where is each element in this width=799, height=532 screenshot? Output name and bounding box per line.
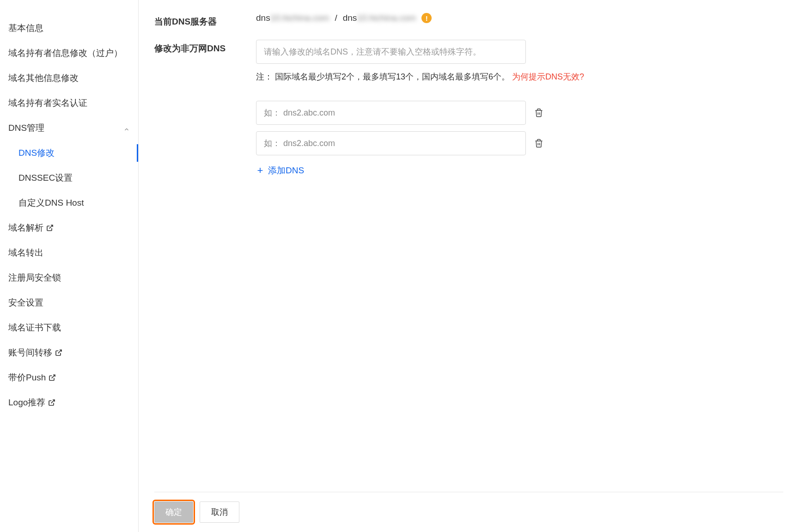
sidebar-item-label: Logo推荐 xyxy=(8,397,45,409)
sidebar-item-label: 域名解析 xyxy=(8,222,43,234)
sidebar-item-logo-recommend[interactable]: Logo推荐 xyxy=(0,390,138,415)
sidebar-item-cert-download[interactable]: 域名证书下载 xyxy=(0,315,138,340)
external-link-icon xyxy=(48,399,55,406)
sidebar-item-label: 安全设置 xyxy=(8,297,43,309)
sidebar-item-owner-modify[interactable]: 域名持有者信息修改（过户） xyxy=(0,41,138,66)
sidebar-subitem-dnssec[interactable]: DNSSEC设置 xyxy=(0,165,138,190)
current-dns-row: 当前DNS服务器 dns10.hichina.com / dns10.hichi… xyxy=(154,13,783,28)
sidebar-item-label: 域名证书下载 xyxy=(8,322,61,334)
dns-input-row-2: 如： dns2.abc.com xyxy=(256,131,783,155)
external-link-icon xyxy=(55,349,62,356)
why-dns-invalid-link[interactable]: 为何提示DNS无效? xyxy=(512,72,584,81)
sidebar-item-label: DNSSEC设置 xyxy=(18,173,73,183)
sidebar-item-domain-resolve[interactable]: 域名解析 xyxy=(0,215,138,240)
svg-line-1 xyxy=(58,350,61,353)
dns-hint: 注： 国际域名最少填写2个，最多填写13个，国内域名最多填写6个。 为何提示DN… xyxy=(256,71,783,82)
cancel-button[interactable]: 取消 xyxy=(200,501,239,523)
sidebar-item-label: 账号间转移 xyxy=(8,347,52,359)
sidebar-item-label: 自定义DNS Host xyxy=(18,198,84,208)
sidebar-item-security-settings[interactable]: 安全设置 xyxy=(0,290,138,315)
dns-input-2[interactable]: 如： dns2.abc.com xyxy=(256,131,526,155)
chevron-up-icon xyxy=(123,125,130,131)
dns-separator: / xyxy=(335,13,337,23)
trash-icon[interactable] xyxy=(534,108,543,118)
confirm-button[interactable]: 确定 xyxy=(154,501,193,523)
warning-icon: ! xyxy=(421,13,432,23)
sidebar: 基本信息 域名持有者信息修改（过户） 域名其他信息修改 域名持有者实名认证 DN… xyxy=(0,0,139,532)
dns-input-1[interactable]: 如： dns2.abc.com xyxy=(256,101,526,125)
svg-line-0 xyxy=(49,225,53,228)
main-content: 当前DNS服务器 dns10.hichina.com / dns10.hichi… xyxy=(139,0,799,532)
sidebar-subitem-custom-dns-host[interactable]: 自定义DNS Host xyxy=(0,190,138,215)
trash-icon[interactable] xyxy=(534,138,543,148)
add-dns-label: 添加DNS xyxy=(268,165,304,177)
dns-main-input[interactable] xyxy=(256,40,526,64)
sidebar-item-account-transfer[interactable]: 账号间转移 xyxy=(0,340,138,365)
sidebar-item-label: 域名其他信息修改 xyxy=(8,72,79,84)
modify-dns-label: 修改为非万网DNS xyxy=(154,40,256,55)
sidebar-item-other-modify[interactable]: 域名其他信息修改 xyxy=(0,66,138,91)
plus-icon: + xyxy=(256,166,264,175)
current-dns-value-1: dns10.hichina.com xyxy=(256,13,329,23)
external-link-icon xyxy=(49,374,56,381)
sidebar-item-label: DNS修改 xyxy=(18,148,55,158)
sidebar-item-label: 基本信息 xyxy=(8,22,43,34)
svg-line-3 xyxy=(51,400,55,403)
sidebar-item-label: 域名转出 xyxy=(8,247,43,259)
dns-input-row-1: 如： dns2.abc.com xyxy=(256,101,783,125)
external-link-icon xyxy=(46,224,54,232)
current-dns-value-2: dns10.hichina.com xyxy=(343,13,416,23)
svg-line-2 xyxy=(52,375,55,378)
sidebar-item-label: 带价Push xyxy=(8,372,46,384)
sidebar-item-label: 域名持有者信息修改（过户） xyxy=(8,47,122,59)
add-dns-button[interactable]: + 添加DNS xyxy=(256,165,304,177)
sidebar-item-label: 域名持有者实名认证 xyxy=(8,97,87,109)
sidebar-item-label: 注册局安全锁 xyxy=(8,272,61,284)
modify-dns-row: 修改为非万网DNS 注： 国际域名最少填写2个，最多填写13个，国内域名最多填写… xyxy=(154,40,783,177)
footer-actions: 确定 取消 xyxy=(154,492,783,532)
current-dns-label: 当前DNS服务器 xyxy=(154,13,256,28)
sidebar-subitem-dns-modify[interactable]: DNS修改 xyxy=(0,141,138,165)
sidebar-item-realname-auth[interactable]: 域名持有者实名认证 xyxy=(0,91,138,116)
sidebar-item-dns-manage[interactable]: DNS管理 xyxy=(0,116,138,141)
sidebar-item-domain-transfer-out[interactable]: 域名转出 xyxy=(0,240,138,265)
sidebar-item-registry-lock[interactable]: 注册局安全锁 xyxy=(0,265,138,290)
sidebar-item-label: DNS管理 xyxy=(8,122,44,134)
sidebar-item-price-push[interactable]: 带价Push xyxy=(0,365,138,390)
sidebar-item-basic-info[interactable]: 基本信息 xyxy=(0,16,138,41)
